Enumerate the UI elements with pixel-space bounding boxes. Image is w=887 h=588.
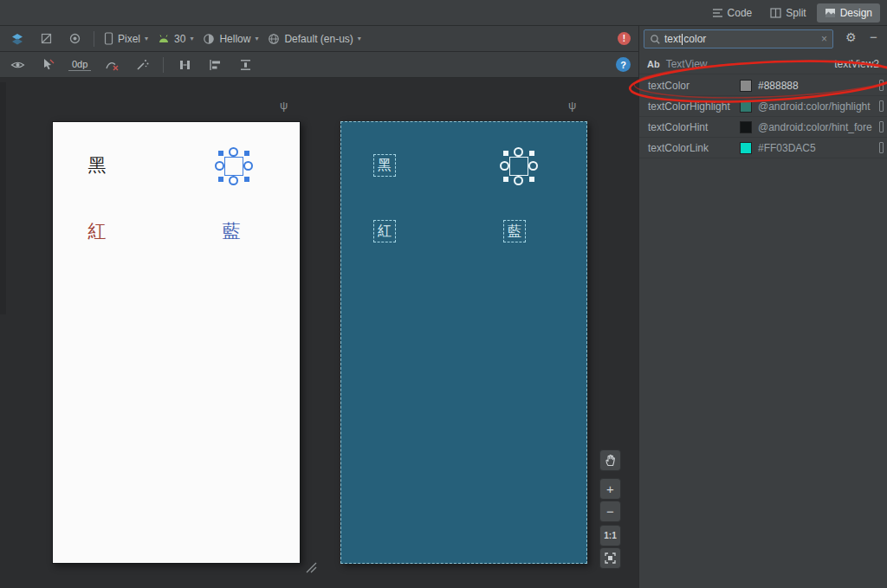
toolbar-divider — [94, 31, 94, 47]
infer-constraints-wand-icon[interactable] — [133, 55, 152, 74]
device-selector[interactable]: Pixel ▾ — [104, 32, 148, 45]
device-label: Pixel — [118, 33, 140, 45]
design-mode-label: Design — [840, 7, 872, 19]
split-mode-button[interactable]: Split — [762, 3, 813, 23]
canvas-resize-handle[interactable] — [303, 559, 318, 574]
text-caret — [682, 34, 683, 45]
align-icon[interactable] — [205, 55, 224, 74]
blueprint-view-phone[interactable]: 黑 紅 藍 — [340, 121, 587, 564]
attribute-value[interactable]: #FF03DAC5 — [758, 142, 875, 154]
component-id-label: textView2 — [834, 58, 879, 70]
clear-constraints-icon[interactable] — [102, 55, 121, 74]
chevron-down-icon: ▾ — [190, 36, 193, 42]
textview-black-label: 黑 — [88, 153, 107, 178]
blueprint-toggle-icon[interactable] — [36, 29, 55, 48]
pick-resource-button[interactable] — [879, 80, 884, 91]
attribute-name: textColorHighlight — [648, 100, 730, 113]
constraint-anchor-icon[interactable] — [229, 147, 238, 157]
zoom-out-button[interactable]: − — [599, 501, 621, 522]
antenna-icon: ψ — [568, 100, 576, 111]
attributes-search-input[interactable]: textcolor × — [644, 29, 833, 48]
color-swatch[interactable] — [740, 80, 752, 92]
resize-handle-icon[interactable] — [218, 151, 223, 156]
design-surface[interactable]: ψ ψ 黑 紅 藍 — [0, 78, 638, 588]
chevron-down-icon: ▾ — [145, 36, 148, 42]
selected-textview[interactable] — [218, 151, 249, 182]
code-mode-label: Code — [728, 7, 753, 19]
zoom-in-button[interactable]: + — [599, 478, 621, 500]
attribute-row-textcolor[interactable]: textColor #888888 — [639, 75, 887, 96]
constraint-toolbar: 0dp ? — [0, 52, 638, 78]
api-level-selector[interactable]: 30 ▾ — [158, 33, 193, 45]
textview-blue-label: 藍 — [223, 219, 241, 243]
pick-resource-button[interactable] — [879, 100, 884, 112]
help-button[interactable]: ? — [616, 57, 631, 72]
attribute-row-textcolorhint[interactable]: textColorHint @android:color/hint_fore — [639, 117, 887, 138]
ui-mode-icon[interactable] — [65, 29, 84, 48]
constraint-anchor-icon[interactable] — [229, 176, 238, 185]
code-mode-button[interactable]: Code — [704, 3, 761, 23]
attribute-value[interactable]: #888888 — [758, 80, 875, 92]
resize-handle-icon[interactable] — [529, 177, 534, 182]
textview-black-blueprint[interactable]: 黑 — [373, 154, 396, 177]
color-swatch[interactable] — [740, 142, 752, 154]
default-margin-selector[interactable]: 0dp — [68, 58, 91, 71]
pack-icon[interactable] — [175, 55, 194, 74]
resize-handle-icon[interactable] — [244, 151, 249, 156]
gear-icon[interactable]: ⚙ — [845, 31, 857, 43]
attribute-value[interactable]: @android:color/hint_fore — [758, 121, 875, 133]
attribute-value[interactable]: @android:color/highlight — [758, 100, 875, 113]
constraint-anchor-icon[interactable] — [243, 161, 253, 171]
view-options-eye-icon[interactable] — [8, 55, 27, 74]
error-indicator-badge[interactable]: ! — [618, 32, 631, 45]
guidelines-icon[interactable] — [236, 55, 255, 74]
toolbar-divider — [163, 57, 164, 73]
textview-blue-blueprint[interactable]: 藍 — [503, 220, 526, 242]
constraint-anchor-icon[interactable] — [514, 147, 523, 157]
android-studio-layout-editor: Code Split Design — [0, 0, 887, 588]
globe-icon — [268, 33, 280, 45]
textview-blue[interactable]: 藍 — [219, 219, 243, 243]
resize-handle-icon[interactable] — [529, 151, 534, 156]
default-margin-value: 0dp — [72, 59, 87, 69]
locale-selector[interactable]: Default (en-us) ▾ — [268, 33, 360, 45]
color-swatch[interactable] — [740, 121, 752, 133]
clear-search-icon[interactable]: × — [821, 34, 827, 44]
autoconnect-pointer-icon[interactable] — [38, 55, 57, 74]
textview-type-icon: Ab — [647, 59, 660, 69]
textview-black[interactable]: 黑 — [85, 153, 109, 178]
constraint-anchor-icon[interactable] — [514, 176, 523, 185]
resize-handle-icon[interactable] — [503, 177, 508, 182]
color-swatch[interactable] — [740, 100, 752, 113]
pick-resource-button[interactable] — [879, 142, 884, 153]
resize-handle-icon[interactable] — [218, 177, 223, 182]
phone-icon — [104, 32, 113, 45]
resize-handle-icon[interactable] — [503, 151, 508, 156]
constraint-anchor-icon[interactable] — [528, 161, 538, 171]
pan-hand-button[interactable] — [599, 449, 621, 471]
attributes-panel: textcolor × ⚙ − Ab TextView textView2 te… — [638, 26, 887, 588]
textview-black-blueprint-label: 黑 — [378, 157, 392, 175]
textview-red-label: 紅 — [88, 219, 107, 243]
textview-blue-blueprint-label: 藍 — [508, 223, 521, 241]
selected-textview-blueprint[interactable] — [503, 151, 534, 182]
design-view-phone[interactable]: 黑 紅 藍 — [52, 121, 301, 564]
constraint-anchor-icon[interactable] — [215, 161, 224, 171]
attribute-name: textColorHint — [648, 121, 708, 133]
attribute-row-textcolorlink[interactable]: textColorLink #FF03DAC5 — [639, 138, 887, 158]
textview-red[interactable]: 紅 — [85, 219, 109, 243]
pick-resource-button[interactable] — [879, 121, 884, 132]
split-mode-label: Split — [786, 7, 806, 19]
zoom-to-fit-button[interactable] — [599, 547, 621, 569]
constraint-anchor-icon[interactable] — [500, 161, 509, 171]
design-icon — [825, 8, 836, 18]
attribute-row-textcolorhighlight[interactable]: textColorHighlight @android:color/highli… — [639, 96, 887, 117]
antenna-icon: ψ — [280, 100, 288, 111]
textview-red-blueprint[interactable]: 紅 — [373, 220, 396, 242]
resize-handle-icon[interactable] — [244, 177, 249, 182]
design-mode-button[interactable]: Design — [817, 3, 880, 23]
hide-panel-icon[interactable]: − — [870, 30, 877, 43]
design-surface-icon[interactable] — [8, 29, 27, 48]
theme-selector[interactable]: Hellow ▾ — [203, 33, 258, 45]
zoom-reset-button[interactable]: 1:1 — [599, 525, 621, 546]
